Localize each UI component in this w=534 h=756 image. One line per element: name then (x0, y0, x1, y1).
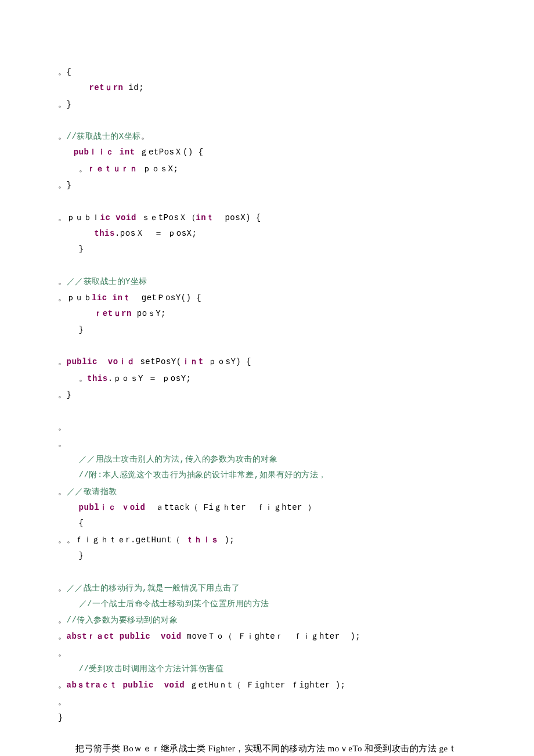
prose-paragraph: 把弓箭手类 Boｗｅｒ继承战士类 Fighter，实现不同的移动方法 moｖeT… (58, 741, 476, 756)
code-line (58, 403, 476, 419)
code-line: 。//传入参数为要移动到的对象 (58, 612, 476, 628)
bullet-icon: 。 (58, 615, 67, 624)
bullet-icon: 。 (58, 67, 67, 76)
bullet-icon: 。 (58, 181, 67, 189)
code-line: 。／／获取战士的Y坐标 (58, 273, 476, 290)
code-line: pubｌｉｃ int ｇetPosＸ() { (58, 145, 476, 160)
code-line (58, 258, 476, 273)
code-line: publｉｃ ｖoid ａttack（ Fiｇｈter ｆｉｇhter ） (58, 500, 476, 516)
code-line: retｕrn id; (58, 80, 476, 96)
bullet-icon: 。 (58, 439, 67, 448)
bullet-icon: 。 (58, 132, 67, 141)
code-line: 。 (58, 419, 476, 435)
bullet-icon: 。 (58, 390, 67, 399)
code-line (58, 193, 476, 209)
code-line: { (58, 516, 476, 531)
code-line: } (58, 242, 476, 257)
code-line: 。this.ｐｏｓY ＝ ｐosY; (58, 370, 476, 387)
code-line: ｒetｕrn poｓY; (58, 306, 476, 322)
code-line (58, 113, 476, 128)
code-line: //受到攻击时调用这个方法计算伤害值 (58, 661, 476, 677)
bullet-icon: 。 (58, 423, 67, 431)
code-line: 。 (58, 645, 476, 661)
bullet-icon: 。 (58, 584, 67, 592)
code-line: //附:本人感觉这个攻击行为抽象的设计非常差,如果有好的方法， (58, 467, 476, 483)
code-line: ／／用战士攻击别人的方法,传入的参数为攻击的对象 (58, 452, 476, 467)
bullet-icon: 。 (79, 374, 88, 383)
code-line (58, 564, 476, 579)
code-line: 。／／战士的移动行为,就是一般情况下用点击了 (58, 580, 476, 596)
code-line: 。 (58, 435, 476, 452)
code-line: 。abstｒａct public void moveＴｏ（ Ｆｉghteｒ ｆｉ… (58, 628, 476, 645)
code-line: 。public voｉｄ setPosY(ｉｎt ｐｏsY) { (58, 354, 476, 370)
bullet-icon: 。 (58, 357, 67, 366)
bullet-icon: 。 (58, 697, 67, 706)
document-page: 。{ retｕrn id; 。} 。//获取战士的X坐标。 pubｌｉｃ int… (0, 0, 534, 756)
code-line: } (58, 710, 476, 726)
code-line: 。ｒｅｔｕｒｎ ｐｏｓX; (58, 161, 476, 177)
code-line: 。。ｆｉｇｈｔｅr.getHunt（ ｔｈｉｓ ); (58, 532, 476, 548)
code-line: 。ｐｕｂlic inｔ getＰosY() { (58, 290, 476, 306)
code-line: 。 (58, 694, 476, 710)
bullet-icon: 。 (67, 535, 75, 544)
code-line: 。//获取战士的X坐标。 (58, 128, 476, 145)
code-line: 。／／敬请指教 (58, 484, 476, 500)
code-line: 。{ (58, 64, 476, 80)
code-line: 。abｓtraｃｔ public void ｇetHuｎt（ Ｆighter ｆ… (58, 677, 476, 693)
bullet-icon: 。 (58, 213, 67, 222)
bullet-icon: 。 (58, 100, 67, 109)
code-line (58, 338, 476, 354)
code-line: } (58, 322, 476, 338)
bullet-icon: 。 (58, 632, 67, 640)
code-line: 。} (58, 387, 476, 403)
bullet-icon: 。 (58, 535, 67, 544)
bullet-icon: 。 (58, 649, 67, 657)
bullet-icon: 。 (58, 277, 67, 286)
code-line: ／/一个战士后命令战士移动到某个位置所用的方法 (58, 596, 476, 612)
bullet-icon: 。 (141, 132, 150, 141)
bullet-icon: 。 (79, 164, 88, 173)
code-line: 。} (58, 177, 476, 193)
code-line: this.posＸ ＝ ｐosX; (58, 226, 476, 242)
bullet-icon: 。 (58, 487, 67, 496)
code-line: 。} (58, 96, 476, 113)
bullet-icon: 。 (58, 293, 67, 302)
code-line: } (58, 548, 476, 564)
bullet-icon: 。 (58, 681, 67, 689)
code-line: 。ｐｕｂｌic void ｓｅtPosＸ（inｔ posX) { (58, 210, 476, 226)
